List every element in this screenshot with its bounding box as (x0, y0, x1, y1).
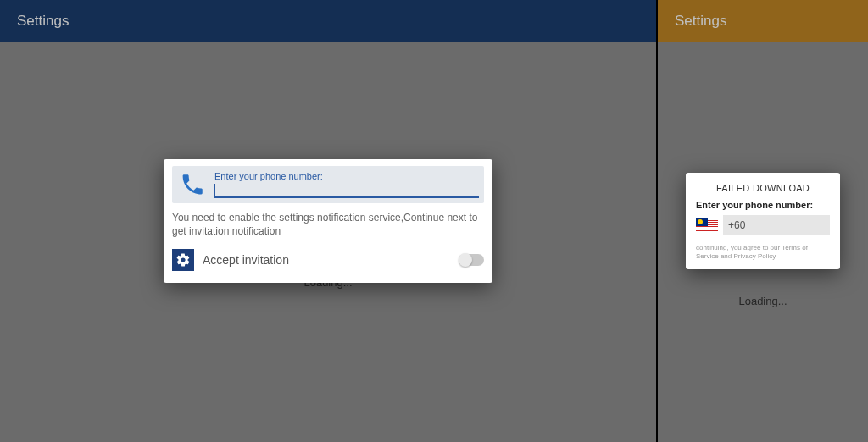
terms-text: continuing, you agree to our Terms of Se… (696, 244, 830, 261)
overlay-left: Enter your phone number: You need to ena… (0, 0, 656, 442)
failed-download-dialog: FAILED DOWNLOAD Enter your phone number:… (686, 173, 840, 269)
phone-input-field[interactable] (214, 183, 479, 198)
country-code-input[interactable]: +60 (723, 215, 830, 235)
phone-input-wrap: Enter your phone number: (214, 171, 479, 198)
phone-input-row[interactable]: Enter your phone number: (172, 166, 484, 203)
country-code-value: +60 (728, 219, 745, 231)
phone-label-right: Enter your phone number: (696, 200, 830, 210)
pane-right: Settings Loading... FAILED DOWNLOAD Ente… (658, 0, 868, 442)
failed-title: FAILED DOWNLOAD (696, 183, 830, 193)
phone-dialog-left: Enter your phone number: You need to ena… (164, 159, 492, 282)
accept-invitation-row: Accept invitation (172, 249, 484, 271)
gear-icon (172, 249, 194, 271)
phone-input-label: Enter your phone number: (214, 171, 479, 181)
accept-invitation-label: Accept invitation (203, 253, 459, 267)
malaysia-flag-icon[interactable] (696, 218, 718, 233)
pane-left: Settings Loading... Enter your phone num… (0, 0, 658, 442)
instruction-text: You need to enable the settings notifica… (172, 212, 484, 238)
phone-icon (177, 169, 208, 200)
overlay-right: FAILED DOWNLOAD Enter your phone number:… (658, 0, 868, 442)
text-cursor (214, 184, 215, 196)
phone-row-right: +60 (696, 215, 830, 235)
accept-invitation-toggle[interactable] (459, 254, 484, 266)
